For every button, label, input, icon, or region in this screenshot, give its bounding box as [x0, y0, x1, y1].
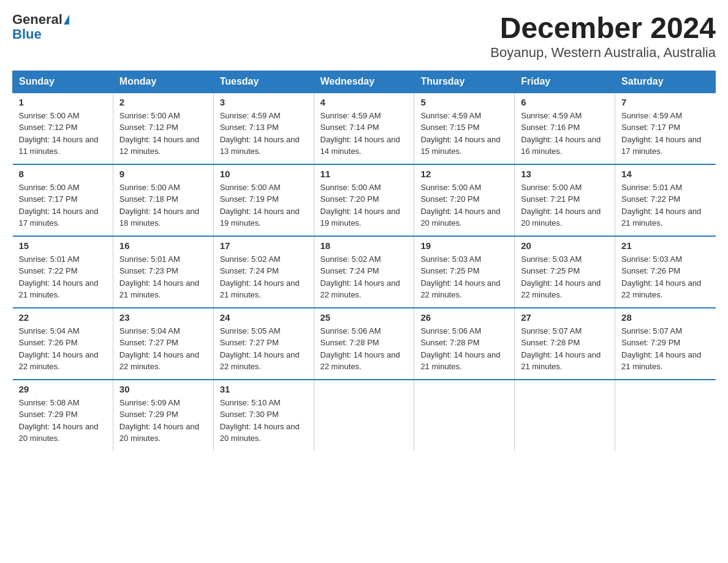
day-number: 10 [220, 169, 308, 179]
day-number: 14 [621, 169, 709, 179]
day-info: Sunrise: 5:00 AM Sunset: 7:21 PM Dayligh… [521, 182, 609, 229]
table-row: 28 Sunrise: 5:07 AM Sunset: 7:29 PM Dayl… [615, 308, 716, 380]
logo-general-text: General [12, 12, 63, 27]
day-number: 8 [19, 169, 107, 179]
day-number: 7 [621, 97, 709, 107]
day-number: 17 [220, 240, 308, 251]
day-number: 1 [19, 97, 107, 107]
col-sunday: Sunday [13, 71, 113, 93]
day-number: 13 [521, 169, 609, 179]
table-row: 12 Sunrise: 5:00 AM Sunset: 7:20 PM Dayl… [414, 164, 515, 236]
day-number: 26 [420, 312, 508, 323]
day-number: 12 [420, 169, 508, 179]
day-info: Sunrise: 4:59 AM Sunset: 7:17 PM Dayligh… [621, 110, 709, 158]
table-row: 25 Sunrise: 5:06 AM Sunset: 7:28 PM Dayl… [314, 308, 414, 380]
day-info: Sunrise: 5:00 AM Sunset: 7:12 PM Dayligh… [19, 110, 107, 158]
day-number: 21 [621, 240, 709, 251]
day-info: Sunrise: 5:00 AM Sunset: 7:17 PM Dayligh… [19, 182, 107, 229]
day-info: Sunrise: 4:59 AM Sunset: 7:15 PM Dayligh… [420, 110, 508, 158]
day-number: 30 [119, 384, 207, 394]
day-info: Sunrise: 5:02 AM Sunset: 7:24 PM Dayligh… [320, 253, 408, 301]
header-row: Sunday Monday Tuesday Wednesday Thursday… [13, 71, 716, 93]
day-number: 4 [320, 97, 408, 107]
day-info: Sunrise: 5:03 AM Sunset: 7:25 PM Dayligh… [521, 253, 609, 301]
day-info: Sunrise: 5:06 AM Sunset: 7:28 PM Dayligh… [320, 325, 408, 373]
calendar-week-row: 29 Sunrise: 5:08 AM Sunset: 7:29 PM Dayl… [13, 380, 716, 451]
day-info: Sunrise: 5:08 AM Sunset: 7:29 PM Dayligh… [19, 397, 107, 445]
day-info: Sunrise: 5:05 AM Sunset: 7:27 PM Dayligh… [220, 325, 308, 373]
table-row [414, 380, 515, 451]
day-info: Sunrise: 5:03 AM Sunset: 7:25 PM Dayligh… [420, 253, 508, 301]
day-info: Sunrise: 5:00 AM Sunset: 7:20 PM Dayligh… [420, 182, 508, 229]
day-info: Sunrise: 5:00 AM Sunset: 7:19 PM Dayligh… [220, 182, 308, 229]
day-number: 22 [19, 312, 107, 323]
table-row: 21 Sunrise: 5:03 AM Sunset: 7:26 PM Dayl… [615, 236, 716, 308]
col-wednesday: Wednesday [314, 71, 414, 93]
col-saturday: Saturday [615, 71, 716, 93]
calendar-week-row: 1 Sunrise: 5:00 AM Sunset: 7:12 PM Dayli… [13, 93, 716, 164]
table-row: 20 Sunrise: 5:03 AM Sunset: 7:25 PM Dayl… [515, 236, 615, 308]
calendar-week-row: 15 Sunrise: 5:01 AM Sunset: 7:22 PM Dayl… [13, 236, 716, 308]
day-info: Sunrise: 5:00 AM Sunset: 7:20 PM Dayligh… [320, 182, 408, 229]
page-header: General Blue December 2024 Boyanup, West… [12, 12, 716, 61]
day-number: 15 [19, 240, 107, 251]
day-info: Sunrise: 5:03 AM Sunset: 7:26 PM Dayligh… [621, 253, 709, 301]
table-row: 10 Sunrise: 5:00 AM Sunset: 7:19 PM Dayl… [213, 164, 314, 236]
day-info: Sunrise: 5:09 AM Sunset: 7:29 PM Dayligh… [119, 397, 207, 445]
table-row: 16 Sunrise: 5:01 AM Sunset: 7:23 PM Dayl… [113, 236, 213, 308]
day-number: 3 [220, 97, 308, 107]
table-row: 2 Sunrise: 5:00 AM Sunset: 7:12 PM Dayli… [113, 93, 213, 164]
table-row: 23 Sunrise: 5:04 AM Sunset: 7:27 PM Dayl… [113, 308, 213, 380]
day-info: Sunrise: 4:59 AM Sunset: 7:16 PM Dayligh… [521, 110, 609, 158]
day-info: Sunrise: 4:59 AM Sunset: 7:13 PM Dayligh… [220, 110, 308, 158]
day-number: 25 [320, 312, 408, 323]
day-info: Sunrise: 5:01 AM Sunset: 7:23 PM Dayligh… [119, 253, 207, 301]
calendar-header: Sunday Monday Tuesday Wednesday Thursday… [13, 71, 716, 93]
calendar-week-row: 22 Sunrise: 5:04 AM Sunset: 7:26 PM Dayl… [13, 308, 716, 380]
day-number: 6 [521, 97, 609, 107]
day-number: 16 [119, 240, 207, 251]
day-number: 24 [220, 312, 308, 323]
table-row: 26 Sunrise: 5:06 AM Sunset: 7:28 PM Dayl… [414, 308, 515, 380]
table-row: 8 Sunrise: 5:00 AM Sunset: 7:17 PM Dayli… [13, 164, 113, 236]
table-row: 18 Sunrise: 5:02 AM Sunset: 7:24 PM Dayl… [314, 236, 414, 308]
calendar-body: 1 Sunrise: 5:00 AM Sunset: 7:12 PM Dayli… [13, 93, 716, 451]
day-info: Sunrise: 5:00 AM Sunset: 7:12 PM Dayligh… [119, 110, 207, 158]
day-info: Sunrise: 5:00 AM Sunset: 7:18 PM Dayligh… [119, 182, 207, 229]
day-number: 27 [521, 312, 609, 323]
day-info: Sunrise: 5:07 AM Sunset: 7:28 PM Dayligh… [521, 325, 609, 373]
table-row: 1 Sunrise: 5:00 AM Sunset: 7:12 PM Dayli… [13, 93, 113, 164]
day-info: Sunrise: 5:07 AM Sunset: 7:29 PM Dayligh… [621, 325, 709, 373]
calendar-week-row: 8 Sunrise: 5:00 AM Sunset: 7:17 PM Dayli… [13, 164, 716, 236]
table-row: 6 Sunrise: 4:59 AM Sunset: 7:16 PM Dayli… [515, 93, 615, 164]
day-info: Sunrise: 5:06 AM Sunset: 7:28 PM Dayligh… [420, 325, 508, 373]
day-number: 19 [420, 240, 508, 251]
table-row: 5 Sunrise: 4:59 AM Sunset: 7:15 PM Dayli… [414, 93, 515, 164]
day-number: 2 [119, 97, 207, 107]
table-row: 29 Sunrise: 5:08 AM Sunset: 7:29 PM Dayl… [13, 380, 113, 451]
table-row: 3 Sunrise: 4:59 AM Sunset: 7:13 PM Dayli… [213, 93, 314, 164]
col-friday: Friday [515, 71, 615, 93]
table-row: 7 Sunrise: 4:59 AM Sunset: 7:17 PM Dayli… [615, 93, 716, 164]
day-number: 11 [320, 169, 408, 179]
day-number: 9 [119, 169, 207, 179]
table-row: 14 Sunrise: 5:01 AM Sunset: 7:22 PM Dayl… [615, 164, 716, 236]
table-row [615, 380, 716, 451]
calendar-table: Sunday Monday Tuesday Wednesday Thursday… [12, 71, 716, 451]
day-info: Sunrise: 4:59 AM Sunset: 7:14 PM Dayligh… [320, 110, 408, 158]
day-number: 31 [220, 384, 308, 394]
table-row: 15 Sunrise: 5:01 AM Sunset: 7:22 PM Dayl… [13, 236, 113, 308]
table-row: 22 Sunrise: 5:04 AM Sunset: 7:26 PM Dayl… [13, 308, 113, 380]
col-thursday: Thursday [414, 71, 515, 93]
table-row: 27 Sunrise: 5:07 AM Sunset: 7:28 PM Dayl… [515, 308, 615, 380]
day-number: 20 [521, 240, 609, 251]
table-row: 30 Sunrise: 5:09 AM Sunset: 7:29 PM Dayl… [113, 380, 213, 451]
logo-blue-text: Blue [12, 27, 42, 42]
day-info: Sunrise: 5:01 AM Sunset: 7:22 PM Dayligh… [19, 253, 107, 301]
day-info: Sunrise: 5:10 AM Sunset: 7:30 PM Dayligh… [220, 397, 308, 445]
day-info: Sunrise: 5:04 AM Sunset: 7:26 PM Dayligh… [19, 325, 107, 373]
table-row [515, 380, 615, 451]
page-title: December 2024 [490, 12, 716, 45]
table-row: 11 Sunrise: 5:00 AM Sunset: 7:20 PM Dayl… [314, 164, 414, 236]
table-row: 4 Sunrise: 4:59 AM Sunset: 7:14 PM Dayli… [314, 93, 414, 164]
